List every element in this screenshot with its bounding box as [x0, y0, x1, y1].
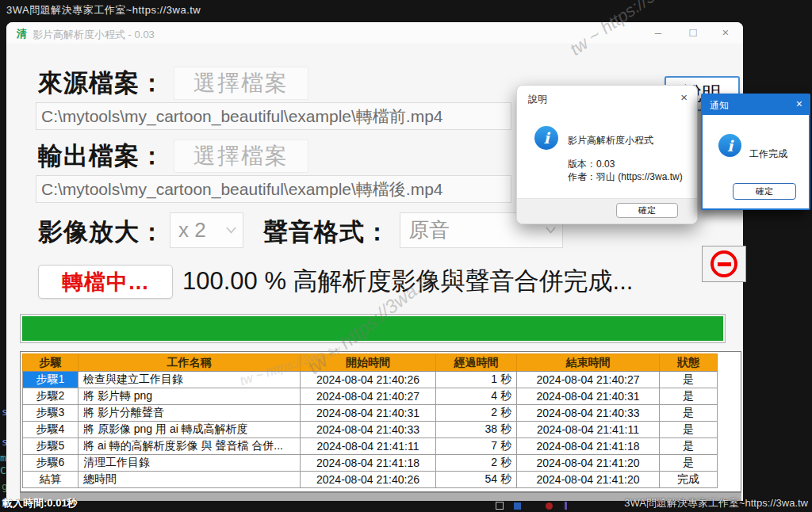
table-header-cell[interactable]: 步驟 [23, 354, 79, 372]
taskbar-icon[interactable] [514, 502, 521, 510]
table-cell[interactable]: 步驟5 [23, 438, 79, 455]
table-cell[interactable]: 2024-08-04 21:40:31 [517, 388, 660, 405]
table-cell[interactable]: 是 [660, 438, 718, 455]
titlebar[interactable]: 清 影片高解析度小程式 - 0.03 – □ × [6, 22, 743, 44]
table-row[interactable]: 結算總時間2024-08-04 21:40:2654 秒2024-08-04 2… [23, 472, 718, 488]
table-cell[interactable]: 7 秒 [436, 438, 517, 455]
help-dialog: 說明 × i 影片高解析度小程式 版本：0.03 作者：羽山 (https://… [516, 85, 698, 224]
table-header-cell[interactable]: 經過時間 [436, 354, 517, 372]
notify-dialog-close-icon[interactable]: × [796, 97, 802, 110]
table-cell[interactable]: 結算 [23, 472, 79, 488]
help-author-line: 作者：羽山 (https://3wa.tw) [568, 170, 683, 184]
table-header-row: 步驟工作名稱開始時間經過時間結束時間狀態 [23, 354, 718, 372]
table-row[interactable]: 步驟5將 ai 轉的高解析度影像 與 聲音檔 合併...2024-08-04 2… [23, 438, 718, 455]
source-file-label: 來源檔案： [38, 67, 165, 100]
progress-fill [22, 316, 723, 341]
table-header-cell[interactable]: 開始時間 [301, 354, 436, 372]
table-cell[interactable]: 將 影片轉 png [79, 388, 301, 405]
chevron-down-icon [226, 227, 236, 234]
task-table: 步驟工作名稱開始時間經過時間結束時間狀態 步驟1檢查與建立工作目錄2024-08… [22, 353, 718, 488]
table-cell[interactable]: 是 [660, 405, 718, 422]
chevron-down-icon [546, 227, 556, 234]
table-row[interactable]: 步驟2將 影片轉 png2024-08-04 21:40:274 秒2024-0… [23, 388, 718, 405]
table-cell[interactable]: 是 [660, 372, 718, 388]
table-cell[interactable]: 1 秒 [436, 372, 517, 388]
table-cell[interactable]: 將 ai 轉的高解析度影像 與 聲音檔 合併... [79, 438, 301, 455]
help-dialog-title: 說明 [528, 93, 547, 106]
table-header-cell[interactable]: 結束時間 [517, 354, 660, 372]
notify-message: 工作完成 [749, 147, 787, 161]
table-row[interactable]: 步驟3將 影片分離聲音2024-08-04 21:40:312 秒2024-08… [23, 405, 718, 422]
audio-format-label: 聲音格式： [263, 216, 390, 249]
table-cell[interactable]: 4 秒 [436, 388, 517, 405]
output-pick-file-button[interactable]: 選擇檔案 [174, 139, 308, 173]
table-cell[interactable]: 是 [660, 455, 718, 472]
table-row[interactable]: 步驟4將 原影像 png 用 ai 轉成高解析度2024-08-04 21:40… [23, 422, 718, 438]
table-cell[interactable]: 2 秒 [436, 455, 517, 472]
table-row[interactable]: 步驟1檢查與建立工作目錄2024-08-04 21:40:261 秒2024-0… [23, 372, 718, 388]
audio-format-value: 原音 [408, 216, 450, 244]
desktop-title-text: 3WA問題解決專家工作室~https://3wa.tw [6, 3, 201, 17]
table-cell[interactable]: 2024-08-04 21:40:31 [301, 405, 436, 422]
table-cell[interactable]: 2024-08-04 21:40:26 [301, 372, 436, 388]
table-cell[interactable]: 步驟4 [23, 422, 79, 438]
info-icon: i [718, 134, 741, 157]
table-cell[interactable]: 2024-08-04 21:41:11 [517, 422, 660, 438]
table-cell[interactable]: 2024-08-04 21:41:20 [517, 455, 660, 472]
corner-watermark: 3WA問題解決專家工作室~https://3wa.tw [624, 496, 808, 510]
help-app-name: 影片高解析度小程式 [568, 134, 653, 147]
table-cell[interactable]: 步驟2 [23, 388, 79, 405]
output-path-field[interactable]: C:\mytools\my_cartoon_beautiful\example\… [36, 175, 511, 203]
scale-select[interactable]: x 2 [170, 212, 243, 248]
table-cell[interactable]: 將 原影像 png 用 ai 轉成高解析度 [79, 422, 301, 438]
load-time-status: 載入時間:0.01秒 [2, 496, 78, 510]
table-cell[interactable]: 步驟6 [23, 455, 79, 472]
table-cell[interactable]: 2024-08-04 21:41:11 [301, 438, 436, 455]
table-cell[interactable]: 總時間 [79, 472, 301, 488]
progress-bar [20, 314, 726, 343]
table-cell[interactable]: 步驟3 [23, 405, 79, 422]
source-path-field[interactable]: C:\mytools\my_cartoon_beautiful\example\… [36, 102, 511, 130]
table-cell[interactable]: 將 影片分離聲音 [79, 405, 301, 422]
notify-dialog-titlebar[interactable]: 通知 × [703, 95, 809, 115]
scale-value: x 2 [178, 218, 206, 243]
table-header-cell[interactable]: 工作名稱 [79, 354, 301, 372]
table-cell[interactable]: 2024-08-04 21:40:26 [301, 472, 436, 488]
table-cell[interactable]: 2024-08-04 21:41:20 [517, 472, 660, 488]
table-cell[interactable]: 2024-08-04 21:40:33 [301, 422, 436, 438]
table-cell[interactable]: 清理工作目錄 [79, 455, 301, 472]
table-cell[interactable]: 檢查與建立工作目錄 [79, 372, 301, 388]
table-row[interactable]: 步驟6清理工作目錄2024-08-04 21:41:182 秒2024-08-0… [23, 455, 718, 472]
converting-button[interactable]: 轉檔中... [38, 265, 173, 299]
table-cell[interactable]: 2024-08-04 21:40:27 [301, 388, 436, 405]
stop-button[interactable] [702, 246, 746, 282]
help-version-line: 版本：0.03 [568, 158, 615, 171]
maximize-button[interactable]: □ [682, 25, 704, 39]
source-pick-file-button[interactable]: 選擇檔案 [174, 67, 308, 100]
taskbar-icon[interactable] [565, 502, 567, 510]
minimize-button[interactable]: – [647, 25, 669, 39]
table-cell[interactable]: 54 秒 [436, 472, 517, 488]
table-cell[interactable]: 是 [660, 422, 718, 438]
table-cell[interactable]: 2024-08-04 21:40:33 [517, 405, 660, 422]
table-cell[interactable]: 2024-08-04 21:40:27 [517, 372, 660, 388]
table-cell[interactable]: 2 秒 [436, 405, 517, 422]
taskbar-icon[interactable] [546, 502, 553, 510]
table-header-cell[interactable]: 狀態 [660, 354, 718, 372]
table-cell[interactable]: 2024-08-04 21:41:18 [517, 438, 660, 455]
table-cell[interactable]: 是 [660, 388, 718, 405]
notify-dialog-title: 通知 [710, 99, 729, 113]
notify-ok-button[interactable]: 確定 [733, 183, 796, 200]
help-dialog-close-icon[interactable]: × [680, 90, 688, 104]
help-ok-button[interactable]: 確定 [616, 203, 678, 218]
output-path-value: C:\mytools\my_cartoon_beautiful\example\… [41, 178, 443, 201]
progress-status-text: 100.00 % 高解析度影像與聲音合併完成... [182, 265, 633, 298]
taskbar-icon[interactable] [496, 502, 504, 510]
table-cell[interactable]: 完成 [660, 472, 718, 488]
table-cell[interactable]: 步驟1 [23, 372, 79, 388]
desktop: 3WA問題解決專家工作室~https://3wa.tw ; , s s m C … [0, 0, 812, 512]
table-cell[interactable]: 38 秒 [436, 422, 517, 438]
table-cell[interactable]: 2024-08-04 21:41:18 [301, 455, 436, 472]
output-file-label: 輸出檔案： [38, 139, 165, 173]
close-button[interactable]: × [714, 25, 737, 39]
